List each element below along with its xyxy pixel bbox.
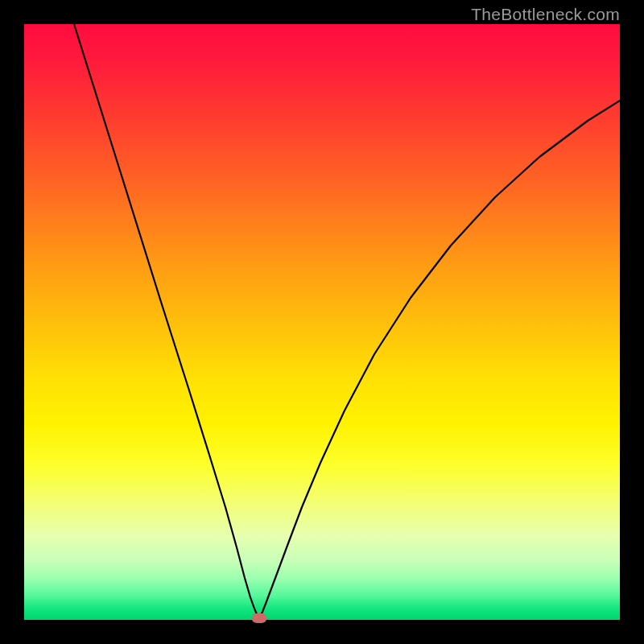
bottleneck-curve	[74, 24, 620, 617]
curve-svg	[24, 24, 620, 620]
chart-frame: TheBottleneck.com	[0, 0, 644, 644]
optimal-marker	[252, 613, 266, 623]
watermark-text: TheBottleneck.com	[471, 5, 620, 24]
